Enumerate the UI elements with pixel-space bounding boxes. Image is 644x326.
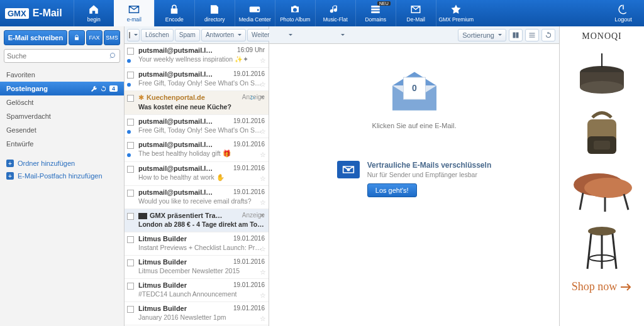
message-date: 19.01.2016 — [233, 305, 265, 312]
message-row[interactable]: putsmail@putsmail.litmus…19.01.2016☆Woul… — [125, 186, 269, 209]
star-icon[interactable]: ☆ — [260, 175, 266, 183]
nav-demail[interactable]: De-Mail — [396, 0, 436, 26]
nav-domains[interactable]: NEUDomains — [355, 0, 396, 26]
svg-point-8 — [580, 81, 624, 94]
photoalbum-icon — [289, 4, 301, 15]
spam-button[interactable]: Spam — [175, 29, 200, 41]
ad-brand-logo: MONOQI — [582, 31, 622, 41]
nav-begin[interactable]: begin — [74, 0, 114, 26]
star-icon[interactable]: ☆ — [260, 57, 266, 65]
ad-item-lamp[interactable] — [562, 46, 641, 104]
compose-fax-button[interactable]: FAX — [86, 30, 103, 45]
shop-now-link[interactable]: Shop now — [572, 280, 633, 293]
message-date: 19.01.2016 — [233, 70, 265, 77]
message-checkbox[interactable] — [127, 142, 134, 149]
sort-button[interactable]: Sortierung — [458, 29, 506, 41]
nav-directory[interactable]: directory — [194, 0, 235, 26]
message-row[interactable]: putsmail@putsmail.litmus…19.01.2016☆How … — [125, 162, 269, 186]
message-list[interactable]: putsmail@putsmail.lit…16:09 Uhr☆Your wee… — [125, 44, 269, 326]
message-row[interactable]: GMX präsentiert Travel…Anzeige✕London ab… — [125, 209, 269, 232]
message-checkbox[interactable] — [127, 72, 134, 79]
layout-split-button[interactable] — [509, 29, 523, 41]
close-ad-icon[interactable]: ✕ — [258, 94, 266, 101]
message-from: Litmus Builder — [138, 258, 187, 266]
message-subject: Instant Previews + Checklist Launch: Pro… — [138, 244, 265, 251]
message-row[interactable]: Litmus Builder19.01.2016☆Instant Preview… — [125, 232, 269, 256]
nav-email[interactable]: e-mail — [114, 0, 154, 26]
search-field[interactable] — [4, 49, 120, 63]
message-checkbox[interactable] — [127, 190, 134, 197]
star-icon[interactable]: ☆ — [260, 268, 266, 276]
add-mailbox-link[interactable]: +E-Mail-Postfach hinzufügen — [0, 170, 124, 182]
message-checkbox[interactable] — [127, 166, 134, 173]
refresh-button[interactable] — [541, 29, 555, 41]
select-all-checkbox[interactable] — [127, 29, 140, 41]
folder-deleted[interactable]: Gelöscht — [0, 95, 124, 109]
layout-list-button[interactable] — [525, 29, 539, 41]
logout-button[interactable]: Logout — [608, 4, 639, 23]
star-icon[interactable]: ☆ — [260, 245, 266, 253]
reply-button[interactable]: Antworten — [201, 29, 246, 41]
message-from: putsmail@putsmail.litmus… — [138, 165, 214, 172]
message-row[interactable]: ✱Kuechenportal.deAnzeige▷✕Was kostet ein… — [125, 91, 269, 115]
svg-line-20 — [613, 234, 616, 269]
message-subject: Was kostet eine neue Küche? — [138, 103, 265, 111]
message-checkbox[interactable] — [127, 95, 134, 102]
add-folder-link[interactable]: +Ordner hinzufügen — [0, 157, 124, 170]
nav-photoalbum[interactable]: Photo Album — [275, 0, 315, 26]
ad-item-stool[interactable] — [562, 220, 641, 278]
compose-lock-button[interactable] — [69, 30, 85, 45]
star-icon[interactable]: ☆ — [260, 198, 266, 207]
message-checkbox[interactable] — [127, 119, 134, 126]
ad-item-table[interactable] — [562, 162, 641, 220]
folder-sent[interactable]: Gesendet — [0, 123, 124, 137]
message-checkbox[interactable] — [127, 213, 134, 220]
message-row[interactable]: Litmus Builder19.01.2016☆January 2016 Ne… — [125, 302, 269, 325]
message-row[interactable]: putsmail@putsmail.lit…16:09 Uhr☆Your wee… — [125, 44, 269, 68]
message-from: putsmail@putsmail.lit… — [138, 70, 214, 78]
folder-inbox[interactable]: Posteingang 4 — [0, 82, 124, 95]
ad-item-backpack[interactable] — [562, 104, 641, 162]
star-icon[interactable]: ☆ — [260, 151, 266, 159]
star-icon[interactable]: ☆ — [260, 315, 266, 323]
star-icon[interactable]: ☆ — [260, 80, 266, 89]
message-date: 19.01.2016 — [233, 165, 265, 171]
ad-column: MONOQI Shop now — [559, 26, 644, 326]
search-input[interactable] — [7, 52, 109, 60]
message-row[interactable]: putsmail@putsmail.lit…19.01.2016☆The bes… — [125, 138, 269, 162]
nav-encode[interactable]: Encode — [154, 0, 194, 26]
promo-cta-button[interactable]: Los geht's! — [367, 183, 417, 197]
unread-dot — [127, 59, 131, 63]
folder-spam[interactable]: Spamverdacht — [0, 109, 124, 123]
preview-hint: Klicken Sie auf eine E-Mail. — [372, 122, 457, 129]
message-row[interactable]: putsmail@putsmail.lit…19.01.2016☆Free Gi… — [125, 68, 269, 91]
adchoices-icon[interactable]: ▷ — [249, 94, 257, 101]
nav-musicflat[interactable]: Music-Flat — [315, 0, 355, 26]
compose-button[interactable]: E-Mail schreiben — [4, 30, 67, 45]
svg-point-5 — [347, 168, 350, 171]
star-icon[interactable]: ☆ — [260, 291, 266, 300]
message-checkbox[interactable] — [127, 306, 134, 313]
delete-button[interactable]: Löschen — [141, 29, 174, 41]
message-from: putsmail@putsmail.litmus… — [138, 188, 214, 196]
folder-drafts[interactable]: Entwürfe — [0, 137, 124, 151]
message-row[interactable]: Litmus Builder19.01.2016☆Litmus December… — [125, 256, 269, 279]
compose-sms-button[interactable]: SMS — [104, 30, 120, 45]
nav-label: begin — [87, 16, 101, 23]
search-icon — [109, 52, 117, 60]
close-ad-icon[interactable]: ✕ — [258, 212, 266, 219]
message-checkbox[interactable] — [127, 48, 134, 55]
unread-dot — [127, 153, 131, 157]
nav-label: directory — [204, 16, 225, 23]
folder-favorites[interactable]: Favoriten — [0, 68, 124, 82]
nav-mediacenter[interactable]: Media Center — [235, 0, 275, 26]
message-checkbox[interactable] — [127, 236, 134, 243]
message-checkbox[interactable] — [127, 259, 134, 266]
star-icon[interactable]: ☆ — [260, 128, 266, 136]
message-row[interactable]: Litmus Builder19.01.2016☆#TEDC14 Launch … — [125, 279, 269, 302]
message-from: Litmus Builder — [138, 281, 187, 289]
message-row[interactable]: putsmail@putsmail.lit…19.01.2016☆Free Gi… — [125, 115, 269, 138]
inbox-count: 4 — [109, 85, 118, 92]
message-checkbox[interactable] — [127, 283, 134, 290]
nav-premium[interactable]: GMX Premium — [436, 0, 476, 26]
